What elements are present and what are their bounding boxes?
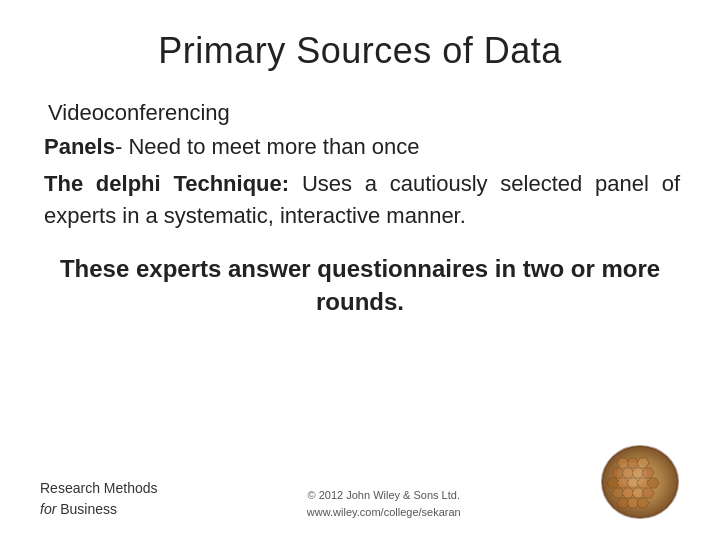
bullet-delphi-technique: The delphi Technique: Uses a cautiously …	[40, 168, 680, 232]
slide: Primary Sources of Data Videoconferencin…	[0, 0, 720, 540]
brand-line1: Research Methods	[40, 478, 158, 499]
content-area: Videoconferencing Panels- Need to meet m…	[40, 100, 680, 430]
bullet-experts: These experts answer questionnaires in t…	[40, 252, 680, 319]
brand-line2: for Business	[40, 499, 158, 520]
bullet-panels: Panels- Need to meet more than once	[40, 134, 680, 160]
svg-marker-12	[647, 478, 659, 488]
wasp-nest-svg	[590, 440, 680, 520]
svg-marker-16	[642, 488, 654, 498]
svg-marker-19	[637, 498, 649, 508]
footer: Research Methods for Business © 2012 Joh…	[40, 430, 680, 520]
slide-title: Primary Sources of Data	[40, 30, 680, 72]
brand-info: Research Methods for Business	[40, 478, 158, 520]
wasp-nest-image	[590, 440, 680, 520]
svg-point-21	[617, 462, 647, 486]
copyright-info: © 2012 John Wiley & Sons Ltd. www.wiley.…	[307, 487, 461, 520]
bullet-videoconferencing: Videoconferencing	[40, 100, 680, 126]
